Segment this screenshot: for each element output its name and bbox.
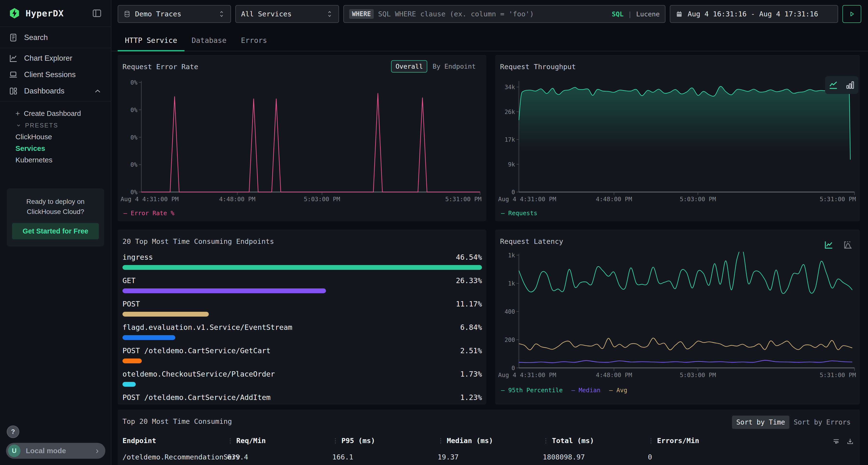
service-select[interactable]: All Services bbox=[235, 5, 339, 23]
column-drag-handle-icon[interactable]: ⋮ bbox=[438, 437, 444, 444]
sidebar-item-dashboards[interactable]: Dashboards bbox=[0, 83, 111, 99]
endpoint-name: POST bbox=[123, 300, 140, 308]
sidebar: HyperDX Search Chart Explorer Client Ses… bbox=[0, 0, 112, 465]
search-input[interactable]: WHERE SQL WHERE clause (ex. column = 'fo… bbox=[343, 5, 665, 23]
source-select-value: Demo Traces bbox=[135, 10, 181, 18]
column-drag-handle-icon[interactable]: ⋮ bbox=[543, 437, 549, 444]
chart-legend: — 95th Percentile— Median— Avg bbox=[501, 387, 627, 394]
avatar: U bbox=[8, 444, 21, 457]
svg-text:5:03:00 PM: 5:03:00 PM bbox=[680, 371, 716, 378]
legend-item[interactable]: — Requests bbox=[501, 210, 537, 217]
panel-title: Top 20 Most Time Consuming bbox=[123, 417, 232, 426]
sort-by-errors-button[interactable]: Sort by Errors bbox=[789, 416, 855, 429]
latency-chart[interactable]: 02004001k1kAug 4 4:31:00 PM4:48:00 PM5:0… bbox=[498, 252, 857, 379]
cell-total: 1808098.97 bbox=[543, 453, 648, 461]
lucene-mode-toggle[interactable]: Lucene bbox=[636, 10, 660, 18]
endpoint-name: POST /oteldemo.CartService/AddItem bbox=[123, 393, 271, 402]
table-row[interactable]: /oteldemo.RecommendationServ 639.4 166.1… bbox=[123, 453, 833, 461]
column-header[interactable]: Endpoint bbox=[123, 437, 156, 445]
by-endpoint-toggle-button[interactable]: By Endpoint bbox=[433, 63, 476, 70]
source-select[interactable]: Demo Traces bbox=[118, 5, 231, 23]
column-header[interactable]: Req/Min bbox=[236, 437, 266, 445]
sort-by-time-button[interactable]: Sort by Time bbox=[732, 416, 789, 429]
legend-item[interactable]: — Error Rate % bbox=[123, 210, 174, 217]
sidebar-item-search[interactable]: Search bbox=[0, 29, 111, 46]
line-chart-icon[interactable] bbox=[828, 80, 838, 90]
column-header[interactable]: Errors/Min bbox=[657, 437, 699, 445]
endpoint-row[interactable]: oteldemo.CheckoutService/PlaceOrder1.73% bbox=[123, 370, 482, 393]
legend-item[interactable]: — Median bbox=[571, 387, 600, 394]
endpoint-row[interactable]: POST11.17% bbox=[123, 299, 482, 323]
column-drag-handle-icon[interactable]: ⋮ bbox=[332, 437, 339, 444]
preset-label: Services bbox=[16, 144, 45, 153]
time-range-value: Aug 4 16:31:16 - Aug 4 17:31:16 bbox=[688, 10, 818, 18]
line-chart-icon[interactable] bbox=[824, 240, 834, 250]
tab-http-service[interactable]: HTTP Service bbox=[118, 30, 184, 51]
endpoint-row[interactable]: ingress46.54% bbox=[123, 253, 482, 276]
endpoint-percent: 26.33% bbox=[456, 276, 482, 285]
cell-req-min: 639.4 bbox=[227, 453, 332, 461]
get-started-button[interactable]: Get Started for Free bbox=[12, 223, 99, 239]
cell-errors-min: 0 bbox=[648, 453, 833, 461]
laptop-icon bbox=[9, 70, 18, 79]
endpoint-bar bbox=[123, 265, 482, 270]
selector-chevrons-icon bbox=[326, 10, 333, 18]
collapse-sidebar-icon[interactable] bbox=[92, 8, 102, 19]
download-icon[interactable] bbox=[846, 437, 854, 445]
presets-section-toggle[interactable]: PRESETS bbox=[0, 120, 111, 131]
sql-mode-toggle[interactable]: SQL bbox=[612, 10, 623, 18]
column-header[interactable]: Median (ms) bbox=[447, 437, 493, 445]
column-header[interactable]: Total (ms) bbox=[552, 437, 594, 445]
run-query-button[interactable] bbox=[842, 5, 861, 23]
legend-item[interactable]: — 95th Percentile bbox=[501, 387, 563, 394]
sidebar-item-client-sessions[interactable]: Client Sessions bbox=[0, 66, 111, 83]
wrap-rows-icon[interactable] bbox=[832, 437, 840, 445]
time-range-picker[interactable]: Aug 4 16:31:16 - Aug 4 17:31:16 bbox=[670, 5, 838, 23]
panel-request-error-rate: Request Error Rate Overall By Endpoint 0… bbox=[118, 55, 486, 221]
endpoint-name: POST /oteldemo.CartService/GetCart bbox=[123, 347, 271, 355]
tabs-row: HTTP Service Database Errors bbox=[112, 30, 868, 51]
endpoint-bar bbox=[123, 382, 136, 387]
sidebar-item-label: Client Sessions bbox=[24, 70, 76, 79]
endpoint-row[interactable]: flagd.evaluation.v1.Service/EventStream6… bbox=[123, 323, 482, 346]
endpoint-percent: 1.73% bbox=[460, 370, 482, 378]
column-header[interactable]: P95 (ms) bbox=[341, 437, 375, 445]
histogram-icon[interactable] bbox=[843, 240, 853, 250]
svg-text:0%: 0% bbox=[130, 134, 137, 141]
error-rate-chart[interactable]: 0%0%0%0%0%Aug 4 4:31:00 PM4:48:00 PM5:03… bbox=[120, 79, 482, 203]
legend-item[interactable]: — Avg bbox=[609, 387, 627, 394]
svg-text:200: 200 bbox=[505, 337, 515, 343]
bar-chart-icon[interactable] bbox=[845, 80, 855, 90]
chart-explorer-icon bbox=[9, 54, 18, 63]
sidebar-item-label: Chart Explorer bbox=[24, 54, 72, 63]
endpoint-row[interactable]: POST /oteldemo.CartService/AddItem1.23% bbox=[123, 393, 482, 404]
column-drag-handle-icon[interactable]: ⋮ bbox=[227, 437, 234, 444]
endpoint-row[interactable]: GET26.33% bbox=[123, 276, 482, 299]
cell-median: 19.37 bbox=[438, 453, 543, 461]
create-dashboard-button[interactable]: + Create Dashboard bbox=[0, 107, 111, 120]
sidebar-item-services[interactable]: Services bbox=[0, 143, 111, 154]
svg-text:0: 0 bbox=[512, 189, 515, 196]
sidebar-item-clickhouse[interactable]: ClickHouse bbox=[0, 131, 111, 143]
user-menu[interactable]: U Local mode › bbox=[6, 443, 105, 459]
chart-legend: — Error Rate % bbox=[123, 210, 174, 217]
column-drag-handle-icon[interactable]: ⋮ bbox=[648, 437, 654, 444]
panel-request-throughput: Request Throughput 09k17k26k34kAug 4 4:3… bbox=[495, 55, 860, 221]
endpoint-percent: 46.54% bbox=[456, 253, 482, 261]
tab-database[interactable]: Database bbox=[184, 30, 234, 51]
help-button[interactable]: ? bbox=[7, 426, 19, 438]
sidebar-item-kubernetes[interactable]: Kubernetes bbox=[0, 154, 111, 166]
endpoint-row[interactable]: POST /oteldemo.CartService/GetCart2.51% bbox=[123, 346, 482, 370]
database-icon bbox=[123, 10, 131, 18]
selector-chevrons-icon bbox=[218, 10, 225, 18]
promo-text-line2: ClickHouse Cloud? bbox=[12, 207, 99, 217]
tab-errors[interactable]: Errors bbox=[234, 30, 274, 51]
throughput-chart[interactable]: 09k17k26k34kAug 4 4:31:00 PM4:48:00 PM5:… bbox=[498, 79, 857, 203]
calendar-icon bbox=[676, 10, 683, 18]
overall-toggle-button[interactable]: Overall bbox=[391, 60, 427, 72]
svg-text:5:31:00 PM: 5:31:00 PM bbox=[819, 196, 856, 203]
hyperdx-logo-icon bbox=[9, 7, 20, 20]
svg-text:9k: 9k bbox=[508, 161, 515, 168]
svg-text:400: 400 bbox=[505, 308, 515, 315]
sidebar-item-chart-explorer[interactable]: Chart Explorer bbox=[0, 50, 111, 66]
